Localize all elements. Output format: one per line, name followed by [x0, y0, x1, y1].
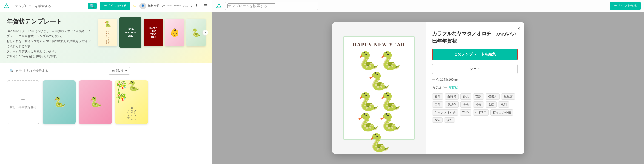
grid-orientation-icon: ▦ [112, 69, 115, 73]
hero-title: 年賀状テンプレート [7, 17, 93, 26]
hero-description: 2025年の干支・巳年（へびどし）の年賀状デザインの無料テンプレートで簡単作成！… [7, 28, 93, 59]
template-thumb-1[interactable]: 🐍 [43, 80, 76, 124]
create-button[interactable]: デザインを作る [100, 2, 130, 10]
tag[interactable]: ヤマタノオロチ [432, 109, 458, 116]
tag[interactable]: 巳年 [432, 101, 443, 108]
tag[interactable]: 横長 [473, 101, 484, 108]
tag[interactable]: 横書き [486, 93, 500, 100]
search-input[interactable] [15, 4, 86, 8]
filter-bar: 🔍 ▦ 縦/横 ▾ [0, 63, 212, 77]
template-card-3[interactable]: HAPPY NEW YEAR 2025 [144, 19, 163, 46]
tag[interactable]: 新年 [432, 93, 443, 100]
modal-overlay: × HAPPY NEW YEAR 🐍🐍🐍🐍🐍🐍🐍🐍 ことしもよろしくおねがいしま… [212, 12, 644, 164]
right-logo-icon [216, 3, 222, 9]
right-search-bar[interactable] [225, 2, 318, 10]
right-panel: デザインを作る × HAPPY NEW YEAR 🐍🐍🐍🐍🐍🐍🐍🐍 ことしもよろ… [212, 0, 644, 164]
logo-icon [3, 3, 10, 9]
hero-images: 🐍 あましてもよろしくお願いいたします Happy New Year 2025 … [98, 17, 206, 48]
template-card-2[interactable]: Happy New Year 2025 [119, 17, 141, 48]
tag[interactable]: 祝詞 [498, 101, 509, 108]
modal-preview-area: HAPPY NEW YEAR 🐍🐍🐍🐍🐍🐍🐍🐍 ことしもよろしくおねがいします … [332, 22, 426, 154]
crown-icon: ♔ [133, 4, 137, 8]
tag[interactable]: 英語 [473, 93, 484, 100]
share-button[interactable]: シェア [432, 64, 518, 74]
tags-area: 新年白時景遊ぶ英語横書き蛇蛇頭巳年黄緑色左右横長太線祝詞ヤマタノオロチ2025令… [432, 93, 518, 123]
right-create-button[interactable]: デザインを作る [610, 2, 641, 10]
tag[interactable]: 蛇蛇頭 [501, 93, 515, 100]
meta-category: カテゴリー 年賀状 [432, 86, 518, 90]
tag[interactable]: 白時景 [445, 93, 459, 100]
meta-size: サイズ:148x100mm [432, 78, 518, 82]
modal-template-title: カラフルなヤマタノオロチ かわいい巳年年賀状 [432, 30, 518, 45]
filter-search-input[interactable] [15, 69, 102, 73]
grid-icon[interactable]: ⠿ [195, 2, 200, 10]
modal-close-button[interactable]: × [517, 26, 520, 31]
search-bar[interactable]: 🔍 [13, 2, 97, 10]
template-thumb-2[interactable]: 🐍 [79, 80, 112, 124]
tag[interactable]: 太線 [486, 101, 497, 108]
right-search-input[interactable] [227, 3, 275, 8]
filter-search[interactable]: 🔍 [7, 68, 105, 74]
left-panel: 🔍 デザインを作る ♔ 👤 無料会員 y***************mさん ›… [0, 0, 212, 164]
filter-search-icon: 🔍 [10, 69, 14, 73]
category-link[interactable]: 年賀状 [449, 86, 458, 90]
orientation-button[interactable]: ▦ 縦/横 ▾ [109, 67, 130, 75]
template-grid: + 新しい年賀状を作る 🐍 🐍 🎋🐍🎋 ごあけましておめでとうございます [0, 77, 212, 164]
plus-icon: + [21, 96, 25, 103]
tag[interactable]: new [432, 117, 443, 123]
new-card-label: 新しい年賀状を作る [10, 105, 37, 109]
right-header: デザインを作る [212, 0, 644, 12]
tag[interactable]: 2025 [460, 109, 471, 116]
avatar: 👤 [139, 3, 146, 9]
template-card-4[interactable]: 👶 [165, 19, 184, 46]
preview-snakes-decoration: 🐍🐍🐍🐍🐍🐍🐍🐍 [348, 51, 410, 153]
preview-title: HAPPY NEW YEAR [353, 42, 405, 48]
edit-template-button[interactable]: このテンプレートを編集 [432, 49, 518, 60]
user-name: y***************mさん [161, 4, 189, 8]
search-button[interactable]: 🔍 [88, 3, 97, 9]
preview-snake-area: 🐍🐍🐍🐍🐍🐍🐍🐍 [348, 48, 410, 154]
menu-icon[interactable]: ☰ [203, 2, 209, 10]
tag[interactable]: 黄緑色 [445, 101, 459, 108]
modal-info-panel: カラフルなヤマタノオロチ かわいい巳年年賀状 このテンプレートを編集 シェア サ… [426, 22, 524, 154]
template-card-1[interactable]: 🐍 あましてもよろしくお願いいたします [98, 19, 117, 46]
tag[interactable]: year [444, 117, 455, 123]
template-thumb-3[interactable]: 🎋🐍🎋 ごあけましておめでとうございます [115, 80, 148, 124]
hero-section: 年賀状テンプレート 2025年の干支・巳年（へびどし）の年賀状デザインの無料テン… [0, 12, 212, 63]
chevron-right-icon: › [191, 4, 192, 8]
new-card-button[interactable]: + 新しい年賀状を作る [7, 80, 39, 124]
tag[interactable]: 令和7年 [473, 109, 489, 116]
tag[interactable]: 左右 [460, 101, 471, 108]
chevron-down-icon: ▾ [125, 69, 127, 73]
tag[interactable]: 打ち出の小槌 [490, 109, 513, 116]
header: 🔍 デザインを作る ♔ 👤 無料会員 y***************mさん ›… [0, 0, 212, 12]
next-arrow[interactable]: › [202, 30, 208, 36]
template-detail-modal: × HAPPY NEW YEAR 🐍🐍🐍🐍🐍🐍🐍🐍 ことしもよろしくおねがいしま… [332, 22, 524, 154]
user-area[interactable]: 👤 無料会員 y***************mさん › [139, 3, 192, 9]
user-badge: 無料会員 [148, 4, 160, 8]
tag[interactable]: 遊ぶ [460, 93, 471, 100]
preview-card: HAPPY NEW YEAR 🐍🐍🐍🐍🐍🐍🐍🐍 ことしもよろしくおねがいします … [343, 36, 415, 140]
